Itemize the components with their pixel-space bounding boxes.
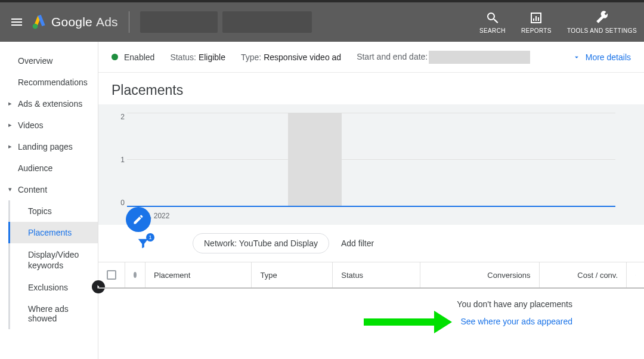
pencil-icon [132,213,144,225]
more-details-toggle[interactable]: More details [572,52,631,62]
table-header-row: Placement Type Status Conversions Cost /… [98,262,644,289]
ad-status-bar: Enabled Status: Eligible Type: Responsiv… [98,42,644,73]
dates-kv: Start and end date: [357,51,530,64]
page-title: Placements [98,73,644,104]
search-icon [485,11,500,25]
tools-icon [595,11,609,25]
sidebar-sub-topics[interactable]: Topics [10,200,98,222]
performance-chart: 2 1 0 Aug 17, 2022 [98,104,644,225]
reports-label: REPORTS [521,27,552,34]
google-ads-logo-icon [31,14,48,30]
reports-icon [529,11,543,25]
sidebar-sub-where-ads-showed[interactable]: Where ads showed [10,298,98,329]
sidebar-sub-placements[interactable]: Placements [8,222,98,243]
annotation-arrow-icon [364,312,453,330]
sidebar-item-ads-extensions[interactable]: Ads & extensions [0,93,98,114]
add-filter-button[interactable]: Add filter [341,239,374,248]
chevron-down-icon [635,271,636,279]
col-cost-conv[interactable]: Cost / conv. [539,262,626,287]
chart-plot-area[interactable] [127,113,615,207]
brand-ads: Ads [96,15,118,29]
divider [129,11,129,33]
sidebar-item-overview[interactable]: Overview [0,50,98,72]
search-button[interactable]: SEARCH [479,11,506,34]
reports-button[interactable]: REPORTS [521,11,552,34]
filter-bar: 1 Network: YouTube and Display Add filte… [98,225,644,262]
filter-button[interactable]: 1 [135,236,151,251]
sidebar-item-audience[interactable]: Audience [0,157,98,179]
search-label: SEARCH [479,27,506,34]
chart-highlight-region [288,113,342,206]
chevron-down-icon [572,53,581,61]
edit-fab-button[interactable] [126,207,151,232]
tools-label: TOOLS AND SETTINGS [567,27,637,34]
sidebar-item-recommendations[interactable]: Recommendations [0,72,98,93]
col-conversions[interactable]: Conversions [420,262,539,287]
see-where-ads-appeared-link[interactable]: See where your ads appeared [460,317,572,326]
type-kv: Type: Responsive video ad [241,52,341,62]
chart-y-axis: 2 1 0 [109,113,125,207]
hamburger-menu-button[interactable] [5,10,29,34]
tools-settings-button[interactable]: TOOLS AND SETTINGS [567,11,637,34]
status-kv: Status: Eligible [170,52,225,62]
more-details-label: More details [586,52,631,62]
col-expand[interactable] [626,262,644,287]
col-placement[interactable]: Placement [145,262,251,287]
sidebar-item-landing-pages[interactable]: Landing pages [0,136,98,157]
svg-point-0 [33,24,38,29]
empty-placements-message: You don't have any placements [98,289,644,312]
sidebar-item-videos[interactable]: Videos [0,114,98,136]
brand-google: Google [51,15,92,29]
status-dot-icon [112,54,118,60]
status-dot-header [125,262,145,287]
sidebar-sub-exclusions[interactable]: Exclusions [10,277,98,298]
left-nav: Overview Recommendations Ads & extension… [0,42,98,359]
account-selector-area[interactable] [140,11,312,33]
top-app-bar: Google Ads SEARCH REPORTS TOOLS AND SETT… [0,2,644,42]
brand-title: Google Ads [51,15,118,29]
col-status[interactable]: Status [332,262,419,287]
col-type[interactable]: Type [251,262,332,287]
sidebar-item-content[interactable]: Content [0,179,98,200]
date-redacted [429,51,530,64]
enabled-label: Enabled [124,52,154,62]
sidebar-sub-display-video-keywords[interactable]: Display/Video keywords [10,243,98,277]
main-content: Enabled Status: Eligible Type: Responsiv… [98,42,644,359]
enabled-status[interactable]: Enabled [112,52,154,62]
select-all-checkbox[interactable] [98,262,125,287]
filter-count-badge: 1 [146,233,154,242]
filter-chip-network[interactable]: Network: YouTube and Display [193,233,329,253]
